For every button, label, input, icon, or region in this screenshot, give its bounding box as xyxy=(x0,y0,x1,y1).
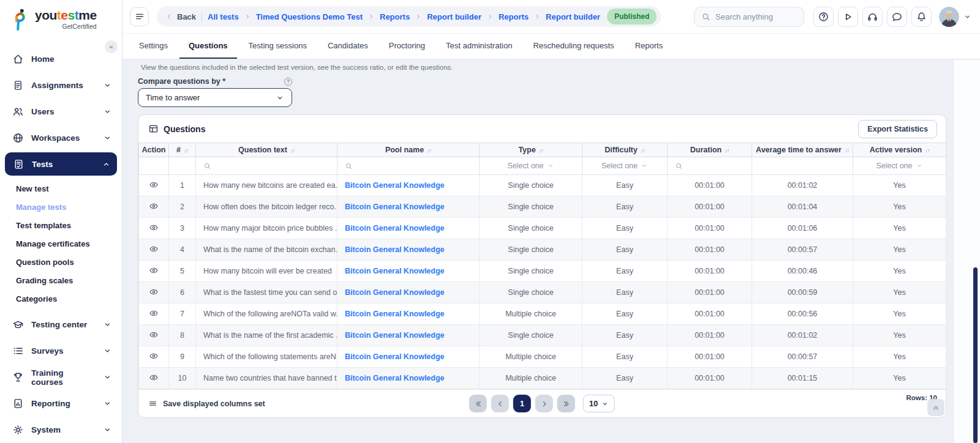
view-question-button[interactable] xyxy=(149,180,159,190)
filter-input-pool-name[interactable] xyxy=(357,162,458,170)
help-button[interactable] xyxy=(813,7,834,27)
help-icon[interactable]: ? xyxy=(284,78,292,86)
view-question-button[interactable] xyxy=(149,373,159,382)
column-header-duration[interactable]: Duration↓↑ xyxy=(668,143,752,157)
sidebar-item-training-courses[interactable]: Training courses xyxy=(0,364,122,390)
support-button[interactable] xyxy=(862,7,883,27)
view-question-button[interactable] xyxy=(149,201,159,211)
filter-search-question-text[interactable] xyxy=(196,162,337,170)
user-avatar[interactable] xyxy=(939,7,959,27)
pool-name-link[interactable]: Bitcoin General Knowledge xyxy=(345,288,445,297)
back-button[interactable]: Back xyxy=(165,12,196,21)
tab-proctoring[interactable]: Proctoring xyxy=(380,34,434,59)
prev-page-button[interactable] xyxy=(491,395,509,412)
column-header-average-time-to-answer[interactable]: Average time to answer↓↑ xyxy=(752,143,853,157)
pool-name-link[interactable]: Bitcoin General Knowledge xyxy=(345,331,445,340)
sidebar-subitem-grading-scales[interactable]: Grading scales xyxy=(0,271,122,289)
pool-name-link[interactable]: Bitcoin General Knowledge xyxy=(345,203,445,211)
sidebar-item-home[interactable]: Home xyxy=(0,46,122,72)
average-time-to-answer: 00:00:57 xyxy=(752,346,853,368)
column-header-active-version[interactable]: Active version↓↑ xyxy=(853,143,946,157)
breadcrumb-link-timed-questions-demo-test[interactable]: Timed Questions Demo Test xyxy=(256,12,363,21)
filter-input-duration[interactable] xyxy=(687,162,745,170)
question-text: Name two countries that have banned t... xyxy=(196,368,337,389)
menu-toggle-button[interactable] xyxy=(130,7,149,26)
breadcrumb-link-reports[interactable]: Reports xyxy=(499,12,529,21)
view-question-button[interactable] xyxy=(149,351,159,361)
sidebar-item-workspaces[interactable]: Workspaces xyxy=(0,125,122,151)
pool-name-link[interactable]: Bitcoin General Knowledge xyxy=(345,245,445,254)
sidebar-subitem-question-pools[interactable]: Question pools xyxy=(0,253,122,271)
next-page-button[interactable] xyxy=(535,395,553,412)
sidebar-subitem-categories[interactable]: Categories xyxy=(0,289,122,308)
tab-reports[interactable]: Reports xyxy=(626,34,673,59)
breadcrumb-link-report-builder[interactable]: Report builder xyxy=(546,12,600,21)
filter-search-pool-name[interactable] xyxy=(337,162,479,170)
view-question-button[interactable] xyxy=(149,330,159,340)
breadcrumb-link-reports[interactable]: Reports xyxy=(380,12,410,21)
sidebar-collapse-button[interactable]: « xyxy=(105,40,118,53)
view-question-button[interactable] xyxy=(149,287,159,297)
breadcrumb-link-all-tests[interactable]: All tests xyxy=(208,12,239,21)
current-page-button[interactable]: 1 xyxy=(513,395,531,412)
sidebar-subitem-manage-tests[interactable]: Manage tests xyxy=(0,198,122,216)
sidebar-item-testing-center[interactable]: Testing center xyxy=(0,311,122,338)
page-size-select[interactable]: 10 xyxy=(583,395,615,412)
sidebar-subitem-new-test[interactable]: New test xyxy=(0,179,122,198)
table-row: 2How often does the bitcoin ledger reco.… xyxy=(139,196,946,218)
sidebar-item-users[interactable]: Users xyxy=(0,99,122,125)
breadcrumb-links: All testsTimed Questions Demo TestReport… xyxy=(208,12,600,21)
pool-name-link[interactable]: Bitcoin General Knowledge xyxy=(345,267,445,275)
column-header-question-text[interactable]: Question text↓↑ xyxy=(196,143,337,157)
global-search[interactable] xyxy=(694,7,804,27)
column-header-difficulty[interactable]: Difficulty↓↑ xyxy=(582,143,668,157)
column-header-pool-name[interactable]: Pool name↓↑ xyxy=(337,143,480,157)
view-question-button[interactable] xyxy=(149,244,159,254)
tour-button[interactable] xyxy=(838,7,858,27)
view-question-button[interactable] xyxy=(149,223,159,233)
filter-select-type[interactable]: Select one xyxy=(480,162,582,170)
avatar-chevron-icon[interactable] xyxy=(963,13,971,21)
compare-questions-dropdown[interactable]: Time to answer xyxy=(138,88,292,107)
view-question-button[interactable] xyxy=(149,266,159,275)
pool-name-link[interactable]: Bitcoin General Knowledge xyxy=(345,224,445,233)
sidebar-item-tests[interactable]: Tests xyxy=(5,152,117,176)
filter-select-difficulty[interactable]: Select one xyxy=(582,162,667,170)
view-question-button[interactable] xyxy=(149,308,159,318)
last-page-button[interactable] xyxy=(557,395,575,412)
question-text: Which of the following areNOTa valid w..… xyxy=(196,303,337,325)
tab-candidates[interactable]: Candidates xyxy=(318,34,377,59)
column-header-[interactable]: #↓↑ xyxy=(169,143,196,157)
pool-name-link[interactable]: Bitcoin General Knowledge xyxy=(345,181,445,190)
pool-name-link[interactable]: Bitcoin General Knowledge xyxy=(345,374,445,382)
sidebar-subitem-test-templates[interactable]: Test templates xyxy=(0,216,122,234)
tab-test-administration[interactable]: Test administration xyxy=(437,34,521,59)
sidebar-item-surveys[interactable]: Surveys xyxy=(0,338,122,364)
breadcrumb-link-report-builder[interactable]: Report builder xyxy=(427,12,481,21)
pool-name-link[interactable]: Bitcoin General Knowledge xyxy=(345,352,445,361)
sidebar-item-reporting[interactable]: Reporting xyxy=(0,390,122,417)
column-header-type[interactable]: Type↓↑ xyxy=(480,143,582,157)
export-statistics-button[interactable]: Export Statistics xyxy=(858,120,937,138)
scroll-to-top-button[interactable] xyxy=(927,399,944,416)
search-input[interactable] xyxy=(715,12,797,21)
filter-select-active-version[interactable]: Select one xyxy=(853,162,946,170)
topbar-right xyxy=(694,7,971,27)
first-page-button[interactable] xyxy=(469,395,487,412)
chat-button[interactable] xyxy=(887,7,907,27)
save-columns-button[interactable]: Save displayed columns set xyxy=(148,399,265,408)
tab-settings[interactable]: Settings xyxy=(130,34,177,59)
vertical-scrollbar[interactable] xyxy=(973,267,978,443)
sidebar-item-system[interactable]: System xyxy=(0,417,122,443)
tab-rescheduling-requests[interactable]: Rescheduling requests xyxy=(524,34,623,59)
notifications-button[interactable] xyxy=(911,7,932,27)
sidebar-item-assignments[interactable]: Assignments xyxy=(0,72,122,99)
tab-questions[interactable]: Questions xyxy=(179,34,237,59)
pool-name-link[interactable]: Bitcoin General Knowledge xyxy=(345,310,445,318)
filter-input-question-text[interactable] xyxy=(216,162,316,170)
tab-testing-sessions[interactable]: Testing sessions xyxy=(239,34,316,59)
filter-search-duration[interactable] xyxy=(668,162,752,170)
sidebar-subitem-manage-certificates[interactable]: Manage certificates xyxy=(0,234,122,253)
average-time-to-answer: 00:01:04 xyxy=(752,196,853,218)
eye-icon xyxy=(149,287,159,297)
